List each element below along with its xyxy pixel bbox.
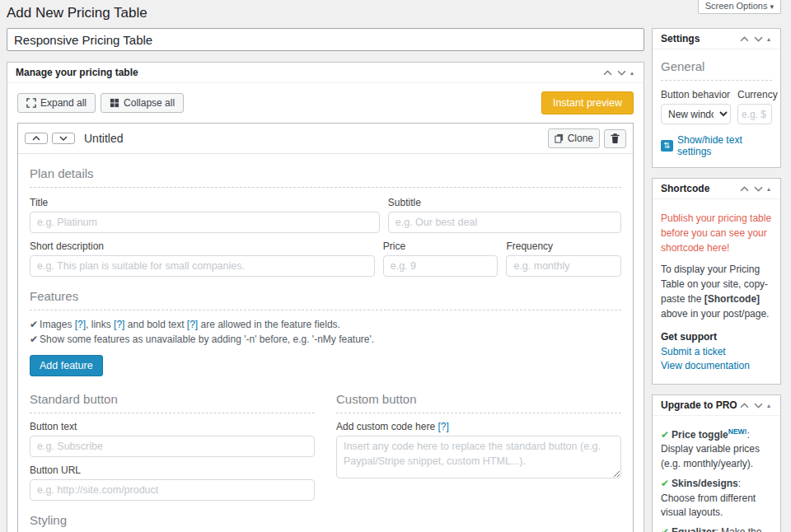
plan-price-input[interactable] [383, 255, 498, 277]
standard-button-heading: Standard button [30, 380, 315, 413]
tip-text: , links [86, 319, 114, 330]
checkmark-icon: ✔ [661, 526, 669, 532]
post-title-input[interactable] [7, 28, 644, 51]
move-down-button[interactable] [751, 403, 765, 408]
chevron-down-icon [754, 186, 763, 192]
button-url-label: Button URL [30, 464, 315, 476]
plan-title-input[interactable] [30, 212, 380, 233]
title-label: Title [30, 197, 380, 208]
upgrade-title: Upgrade to PRO [661, 399, 737, 411]
images-help-link[interactable]: [?] [75, 319, 86, 330]
plan-subtitle-input[interactable] [388, 212, 621, 233]
description-label: Short description [30, 240, 375, 252]
collapse-toggle-icon[interactable]: ▴ [765, 402, 772, 409]
general-heading: General [661, 54, 772, 81]
currency-label: Currency [737, 89, 772, 100]
trash-icon [611, 133, 620, 144]
expand-all-label: Expand all [40, 97, 87, 109]
pricing-plan-card: Untitled Clone Plan details [17, 123, 634, 532]
view-documentation-link[interactable]: View documentation [661, 360, 772, 371]
upgrade-feature-item: ✔Price toggleNEW!: Display variable pric… [661, 427, 772, 471]
collapse-toggle-icon[interactable]: ▴ [629, 69, 635, 77]
button-behavior-select[interactable]: New window [661, 104, 731, 124]
chevron-up-icon [603, 70, 612, 76]
updown-icon: ⇅ [661, 140, 673, 152]
checkmark-icon: ✔ [30, 319, 38, 330]
button-text-input[interactable] [30, 436, 315, 457]
checkmark-icon: ✔ [30, 334, 38, 345]
tip-text: and bold text [124, 319, 186, 330]
chevron-down-icon [59, 136, 68, 141]
shortcode-token: [Shortcode] [704, 293, 760, 305]
collapse-toggle-icon[interactable]: ▴ [765, 35, 772, 43]
expand-all-button[interactable]: Expand all [17, 93, 96, 113]
add-feature-button[interactable]: Add feature [30, 355, 103, 376]
shortcode-warning: Publish your pricing table before you ca… [661, 211, 772, 255]
chevron-up-icon [740, 186, 749, 192]
collapse-toggle-icon[interactable]: ▴ [765, 185, 772, 193]
styling-heading: Styling [30, 501, 621, 532]
plan-move-up-button[interactable] [25, 133, 48, 144]
shortcode-panel: Shortcode ▴ Publish your pricing table b… [652, 178, 781, 385]
upgrade-feature-item: ✔Skins/designs: Choose from different vi… [661, 477, 772, 520]
chevron-down-icon [754, 36, 763, 42]
features-tip-1: ✔Images [?], links [?] and bold text [?]… [30, 317, 621, 332]
expand-icon [26, 98, 36, 108]
move-down-button[interactable] [751, 186, 765, 192]
tip-text: Images [40, 319, 75, 330]
submit-ticket-link[interactable]: Submit a ticket [661, 346, 772, 357]
plan-frequency-input[interactable] [506, 255, 621, 277]
delete-plan-button[interactable] [604, 129, 626, 148]
get-support-heading: Get support [661, 331, 772, 343]
new-badge: NEW! [728, 427, 747, 436]
shortcode-title: Shortcode [661, 183, 737, 194]
button-url-input[interactable] [30, 479, 315, 501]
panel-header: Manage your pricing table ▴ [7, 63, 644, 83]
tip-text: are allowed in the feature fields. [198, 319, 340, 330]
move-up-button[interactable] [737, 186, 751, 192]
move-down-button[interactable] [615, 70, 629, 76]
text-settings-link[interactable]: Show/hide text settings [677, 134, 772, 157]
collapse-all-button[interactable]: Collapse all [101, 93, 184, 113]
button-text-label: Button text [30, 421, 315, 432]
page-title: Add New Pricing Table [7, 0, 781, 28]
instant-preview-button[interactable]: Instant preview [541, 91, 634, 114]
manage-pricing-table-panel: Manage your pricing table ▴ Expand all C… [7, 62, 644, 532]
features-tip-2: ✔Show some features as unavailable by ad… [30, 332, 621, 347]
upgrade-panel: Upgrade to PRO ▴ ✔Price toggleNEW!: Disp… [652, 394, 781, 532]
plan-description-input[interactable] [30, 255, 375, 277]
features-tips: ✔Images [?], links [?] and bold text [?]… [30, 317, 621, 347]
move-up-button[interactable] [601, 70, 615, 76]
shortcode-info-text: above in your post/page. [661, 308, 769, 320]
subtitle-label: Subtitle [388, 197, 621, 208]
move-down-button[interactable] [751, 36, 765, 42]
screen-options-label: Screen Options [705, 1, 768, 11]
custom-code-label: Add custom code here [?] [336, 421, 621, 432]
screen-options-button[interactable]: Screen Options▾ [698, 0, 781, 14]
settings-panel: Settings ▴ General Button behavior New w… [652, 28, 781, 168]
upgrade-feature-item: ✔Equalizer: Make the length of your pric… [661, 525, 772, 532]
custom-code-help-link[interactable]: [?] [438, 421, 448, 432]
features-heading: Features [30, 277, 621, 310]
tip-text: Show some features as unavailable by add… [40, 334, 374, 345]
custom-code-textarea[interactable] [336, 436, 621, 478]
move-up-button[interactable] [737, 403, 751, 408]
bold-text-help-link[interactable]: [?] [187, 319, 198, 330]
move-up-button[interactable] [737, 36, 751, 42]
item-bold: Skins/designs [672, 478, 738, 489]
price-label: Price [383, 240, 498, 252]
plan-header: Untitled Clone [18, 124, 633, 154]
custom-button-heading: Custom button [336, 380, 621, 413]
button-behavior-label: Button behavior [661, 89, 731, 100]
clone-plan-button[interactable]: Clone [548, 128, 600, 148]
chevron-up-icon [740, 403, 749, 408]
currency-input[interactable] [737, 104, 772, 124]
chevron-down-icon [754, 403, 763, 408]
clone-icon [555, 133, 564, 143]
settings-title: Settings [661, 33, 737, 44]
item-bold: Equalizer [672, 526, 715, 532]
panel-title: Manage your pricing table [16, 67, 601, 78]
plan-move-down-button[interactable] [52, 133, 75, 144]
links-help-link[interactable]: [?] [114, 319, 124, 330]
plan-details-heading: Plan details [30, 154, 621, 188]
